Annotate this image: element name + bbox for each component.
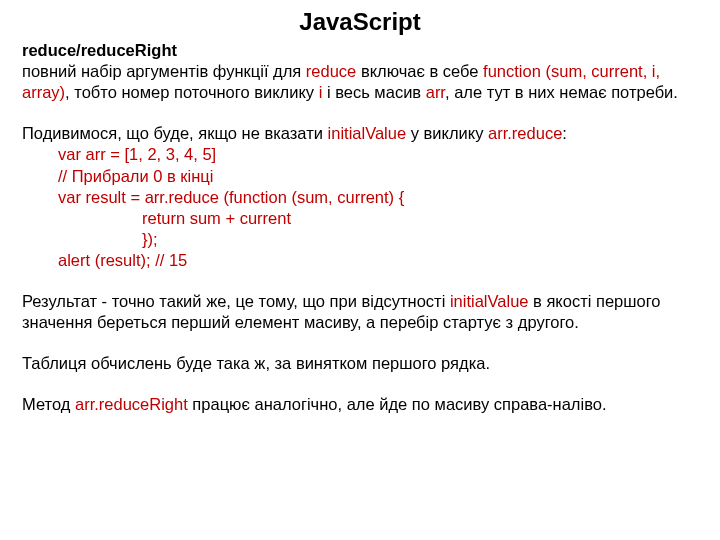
paragraph-5: Метод arr.reduceRight працює аналогічно,… xyxy=(22,394,698,415)
subheading: reduce/reduceRight xyxy=(22,40,698,61)
text: Подивимося, що буде, якщо не вказати xyxy=(22,124,328,142)
code-line-6: alert (result); // 15 xyxy=(22,250,698,271)
paragraph-4: Таблиця обчислень буде така ж, за винятк… xyxy=(22,353,698,374)
text: повний набір аргументів функції для xyxy=(22,62,306,80)
paragraph-2: Подивимося, що буде, якщо не вказати ini… xyxy=(22,123,698,144)
text: : xyxy=(562,124,567,142)
text: працює аналогічно, але йде по масиву спр… xyxy=(188,395,607,413)
keyword-arr: arr xyxy=(426,83,445,101)
text: , але тут в них немає потреби. xyxy=(445,83,678,101)
keyword-initialvalue: initialValue xyxy=(328,124,407,142)
slide-body: reduce/reduceRight повний набір аргумент… xyxy=(22,40,698,416)
text: Метод xyxy=(22,395,75,413)
code-line-3: var result = arr.reduce (function (sum, … xyxy=(22,187,698,208)
code-line-4: return sum + current xyxy=(22,208,698,229)
text: Результат - точно такий же, це тому, що … xyxy=(22,292,450,310)
text: і весь масив xyxy=(322,83,425,101)
keyword-initialvalue-2: initialValue xyxy=(450,292,529,310)
text: , тобто номер поточного виклику xyxy=(65,83,319,101)
text: у виклику xyxy=(406,124,488,142)
code-line-5: }); xyxy=(22,229,698,250)
paragraph-1: повний набір аргументів функції для redu… xyxy=(22,61,698,103)
code-line-1: var arr = [1, 2, 3, 4, 5] xyxy=(22,144,698,165)
keyword-reduce: reduce xyxy=(306,62,356,80)
keyword-reduceright: arr.reduceRight xyxy=(75,395,188,413)
paragraph-3: Результат - точно такий же, це тому, що … xyxy=(22,291,698,333)
slide: JavaScript reduce/reduceRight повний наб… xyxy=(0,0,720,540)
page-title: JavaScript xyxy=(22,8,698,36)
text: включає в себе xyxy=(356,62,483,80)
code-line-2: // Прибрали 0 в кінці xyxy=(22,166,698,187)
keyword-arr-reduce: arr.reduce xyxy=(488,124,562,142)
